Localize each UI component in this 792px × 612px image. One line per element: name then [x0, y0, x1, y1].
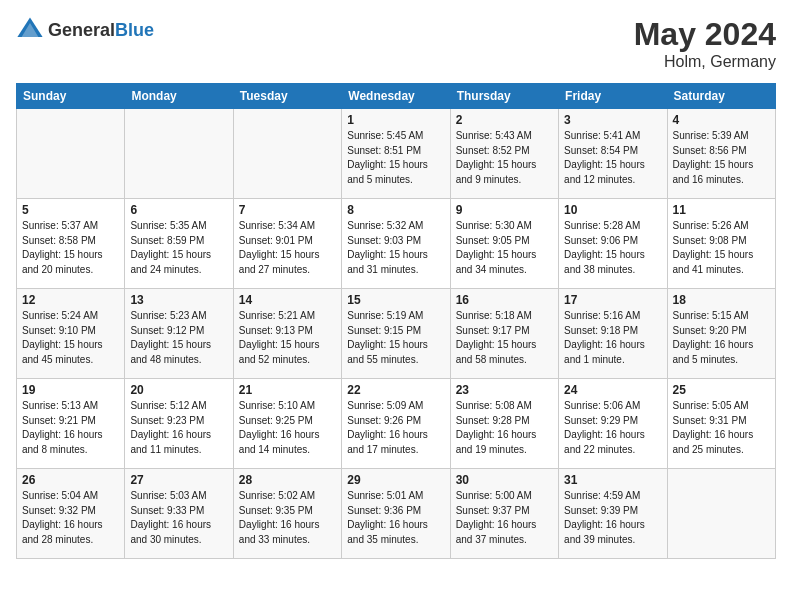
calendar-day-cell: 7 Sunrise: 5:34 AMSunset: 9:01 PMDayligh… [233, 199, 341, 289]
day-number: 22 [347, 383, 444, 397]
day-detail: Sunrise: 5:09 AMSunset: 9:26 PMDaylight:… [347, 399, 444, 457]
day-detail: Sunrise: 5:02 AMSunset: 9:35 PMDaylight:… [239, 489, 336, 547]
calendar-day-cell: 11 Sunrise: 5:26 AMSunset: 9:08 PMDaylig… [667, 199, 775, 289]
day-number: 11 [673, 203, 770, 217]
calendar-day-cell: 14 Sunrise: 5:21 AMSunset: 9:13 PMDaylig… [233, 289, 341, 379]
day-detail: Sunrise: 5:19 AMSunset: 9:15 PMDaylight:… [347, 309, 444, 367]
calendar-day-cell: 24 Sunrise: 5:06 AMSunset: 9:29 PMDaylig… [559, 379, 667, 469]
page-header: GeneralBlue May 2024 Holm, Germany [16, 16, 776, 71]
calendar-day-cell: 21 Sunrise: 5:10 AMSunset: 9:25 PMDaylig… [233, 379, 341, 469]
calendar-day-cell: 30 Sunrise: 5:00 AMSunset: 9:37 PMDaylig… [450, 469, 558, 559]
calendar-week-row: 1 Sunrise: 5:45 AMSunset: 8:51 PMDayligh… [17, 109, 776, 199]
day-detail: Sunrise: 5:05 AMSunset: 9:31 PMDaylight:… [673, 399, 770, 457]
calendar-day-cell: 31 Sunrise: 4:59 AMSunset: 9:39 PMDaylig… [559, 469, 667, 559]
calendar-day-cell: 23 Sunrise: 5:08 AMSunset: 9:28 PMDaylig… [450, 379, 558, 469]
day-detail: Sunrise: 5:39 AMSunset: 8:56 PMDaylight:… [673, 129, 770, 187]
day-number: 12 [22, 293, 119, 307]
day-detail: Sunrise: 5:35 AMSunset: 8:59 PMDaylight:… [130, 219, 227, 277]
day-detail: Sunrise: 5:43 AMSunset: 8:52 PMDaylight:… [456, 129, 553, 187]
day-detail: Sunrise: 5:16 AMSunset: 9:18 PMDaylight:… [564, 309, 661, 367]
day-number: 21 [239, 383, 336, 397]
day-number: 15 [347, 293, 444, 307]
calendar-day-cell: 16 Sunrise: 5:18 AMSunset: 9:17 PMDaylig… [450, 289, 558, 379]
day-detail: Sunrise: 5:18 AMSunset: 9:17 PMDaylight:… [456, 309, 553, 367]
day-number: 23 [456, 383, 553, 397]
logo-text: GeneralBlue [48, 20, 154, 41]
day-number: 20 [130, 383, 227, 397]
calendar-day-cell: 8 Sunrise: 5:32 AMSunset: 9:03 PMDayligh… [342, 199, 450, 289]
day-number: 19 [22, 383, 119, 397]
day-detail: Sunrise: 5:41 AMSunset: 8:54 PMDaylight:… [564, 129, 661, 187]
day-number: 29 [347, 473, 444, 487]
day-number: 7 [239, 203, 336, 217]
calendar-day-cell: 15 Sunrise: 5:19 AMSunset: 9:15 PMDaylig… [342, 289, 450, 379]
day-detail: Sunrise: 5:24 AMSunset: 9:10 PMDaylight:… [22, 309, 119, 367]
day-number: 2 [456, 113, 553, 127]
calendar-title: May 2024 [634, 16, 776, 53]
day-detail: Sunrise: 5:21 AMSunset: 9:13 PMDaylight:… [239, 309, 336, 367]
calendar-day-cell: 9 Sunrise: 5:30 AMSunset: 9:05 PMDayligh… [450, 199, 558, 289]
logo-general: General [48, 20, 115, 40]
day-number: 24 [564, 383, 661, 397]
day-detail: Sunrise: 5:30 AMSunset: 9:05 PMDaylight:… [456, 219, 553, 277]
weekday-header-saturday: Saturday [667, 84, 775, 109]
calendar-day-cell: 25 Sunrise: 5:05 AMSunset: 9:31 PMDaylig… [667, 379, 775, 469]
day-number: 27 [130, 473, 227, 487]
day-number: 26 [22, 473, 119, 487]
calendar-day-cell: 22 Sunrise: 5:09 AMSunset: 9:26 PMDaylig… [342, 379, 450, 469]
day-detail: Sunrise: 4:59 AMSunset: 9:39 PMDaylight:… [564, 489, 661, 547]
day-number: 14 [239, 293, 336, 307]
weekday-header-tuesday: Tuesday [233, 84, 341, 109]
day-detail: Sunrise: 5:15 AMSunset: 9:20 PMDaylight:… [673, 309, 770, 367]
day-number: 28 [239, 473, 336, 487]
calendar-day-cell: 28 Sunrise: 5:02 AMSunset: 9:35 PMDaylig… [233, 469, 341, 559]
weekday-header-friday: Friday [559, 84, 667, 109]
calendar-day-cell: 6 Sunrise: 5:35 AMSunset: 8:59 PMDayligh… [125, 199, 233, 289]
calendar-day-cell [125, 109, 233, 199]
day-detail: Sunrise: 5:08 AMSunset: 9:28 PMDaylight:… [456, 399, 553, 457]
weekday-header-monday: Monday [125, 84, 233, 109]
day-detail: Sunrise: 5:37 AMSunset: 8:58 PMDaylight:… [22, 219, 119, 277]
day-detail: Sunrise: 5:04 AMSunset: 9:32 PMDaylight:… [22, 489, 119, 547]
calendar-week-row: 19 Sunrise: 5:13 AMSunset: 9:21 PMDaylig… [17, 379, 776, 469]
calendar-day-cell: 20 Sunrise: 5:12 AMSunset: 9:23 PMDaylig… [125, 379, 233, 469]
calendar-day-cell [667, 469, 775, 559]
day-detail: Sunrise: 5:06 AMSunset: 9:29 PMDaylight:… [564, 399, 661, 457]
calendar-day-cell: 26 Sunrise: 5:04 AMSunset: 9:32 PMDaylig… [17, 469, 125, 559]
logo-icon [16, 16, 44, 44]
day-detail: Sunrise: 5:45 AMSunset: 8:51 PMDaylight:… [347, 129, 444, 187]
day-detail: Sunrise: 5:28 AMSunset: 9:06 PMDaylight:… [564, 219, 661, 277]
day-number: 31 [564, 473, 661, 487]
calendar-day-cell: 4 Sunrise: 5:39 AMSunset: 8:56 PMDayligh… [667, 109, 775, 199]
day-number: 13 [130, 293, 227, 307]
weekday-header-wednesday: Wednesday [342, 84, 450, 109]
title-block: May 2024 Holm, Germany [634, 16, 776, 71]
day-detail: Sunrise: 5:00 AMSunset: 9:37 PMDaylight:… [456, 489, 553, 547]
day-number: 1 [347, 113, 444, 127]
day-detail: Sunrise: 5:32 AMSunset: 9:03 PMDaylight:… [347, 219, 444, 277]
calendar-day-cell: 5 Sunrise: 5:37 AMSunset: 8:58 PMDayligh… [17, 199, 125, 289]
calendar-day-cell: 29 Sunrise: 5:01 AMSunset: 9:36 PMDaylig… [342, 469, 450, 559]
day-number: 16 [456, 293, 553, 307]
day-number: 18 [673, 293, 770, 307]
weekday-header-row: SundayMondayTuesdayWednesdayThursdayFrid… [17, 84, 776, 109]
day-number: 4 [673, 113, 770, 127]
day-number: 8 [347, 203, 444, 217]
day-detail: Sunrise: 5:26 AMSunset: 9:08 PMDaylight:… [673, 219, 770, 277]
day-detail: Sunrise: 5:12 AMSunset: 9:23 PMDaylight:… [130, 399, 227, 457]
day-detail: Sunrise: 5:23 AMSunset: 9:12 PMDaylight:… [130, 309, 227, 367]
weekday-header-thursday: Thursday [450, 84, 558, 109]
day-detail: Sunrise: 5:10 AMSunset: 9:25 PMDaylight:… [239, 399, 336, 457]
day-number: 5 [22, 203, 119, 217]
calendar-day-cell: 19 Sunrise: 5:13 AMSunset: 9:21 PMDaylig… [17, 379, 125, 469]
day-number: 17 [564, 293, 661, 307]
calendar-table: SundayMondayTuesdayWednesdayThursdayFrid… [16, 83, 776, 559]
calendar-day-cell: 1 Sunrise: 5:45 AMSunset: 8:51 PMDayligh… [342, 109, 450, 199]
calendar-day-cell: 2 Sunrise: 5:43 AMSunset: 8:52 PMDayligh… [450, 109, 558, 199]
calendar-day-cell [233, 109, 341, 199]
calendar-day-cell [17, 109, 125, 199]
calendar-day-cell: 27 Sunrise: 5:03 AMSunset: 9:33 PMDaylig… [125, 469, 233, 559]
day-detail: Sunrise: 5:01 AMSunset: 9:36 PMDaylight:… [347, 489, 444, 547]
calendar-week-row: 5 Sunrise: 5:37 AMSunset: 8:58 PMDayligh… [17, 199, 776, 289]
calendar-day-cell: 17 Sunrise: 5:16 AMSunset: 9:18 PMDaylig… [559, 289, 667, 379]
